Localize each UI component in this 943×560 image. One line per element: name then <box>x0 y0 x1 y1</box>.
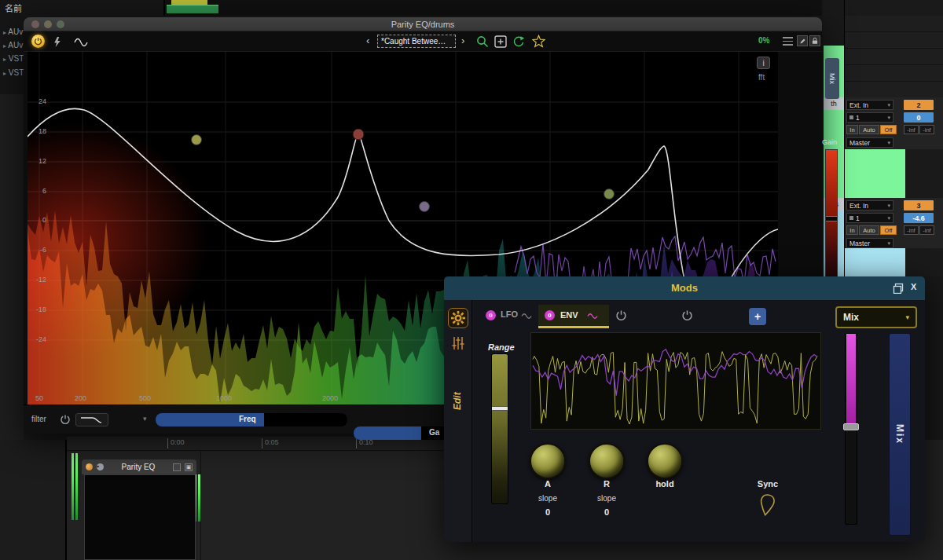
slot-power-icon[interactable] <box>615 309 627 321</box>
mods-title-bar[interactable]: Mods X <box>444 276 925 300</box>
sine-icon[interactable] <box>74 38 88 47</box>
filter-shape-button[interactable] <box>75 413 108 426</box>
mod-amount-slider[interactable] <box>845 333 857 525</box>
hold-knob[interactable] <box>647 443 683 479</box>
mods-maximize-icon[interactable] <box>893 283 904 294</box>
track-number-badge: 2 <box>904 100 934 110</box>
monitor-auto-button[interactable]: Auto <box>859 125 879 134</box>
browser-item-vst-1[interactable]: ▸ VST <box>3 54 24 63</box>
edit-pencil-icon[interactable] <box>797 35 808 46</box>
expand-triangle-icon[interactable]: ▸ <box>3 56 6 63</box>
browser-item-auv-2[interactable]: ▸ AUv <box>3 41 23 49</box>
add-mod-button[interactable]: + <box>749 308 766 325</box>
monitor-off-button[interactable]: Off <box>880 225 897 235</box>
refresh-icon[interactable] <box>512 35 525 48</box>
lowpass-curve-icon <box>80 415 104 424</box>
gain-slider[interactable] <box>825 149 838 292</box>
freq-param-bar[interactable]: Freq <box>156 413 347 426</box>
slot-power-icon[interactable] <box>681 309 693 321</box>
mod-target-dropdown[interactable]: Mix ▾ <box>835 306 917 328</box>
fft-label[interactable]: fft <box>758 73 765 82</box>
faders-icon[interactable] <box>452 336 464 350</box>
device-activator-icon[interactable] <box>86 463 93 470</box>
clip-green-lower[interactable] <box>845 149 905 198</box>
track-name-tab[interactable]: th <box>824 97 844 110</box>
lfo-count-badge: 0 <box>486 310 496 320</box>
volume-badge[interactable]: -4.6 <box>904 213 934 223</box>
plugin-power-button[interactable] <box>31 35 45 48</box>
input-select[interactable]: Ext. In▾ <box>846 100 893 110</box>
time-tick: 0:00 <box>167 438 185 448</box>
db-label: 18 <box>31 127 46 135</box>
env-waveform-display[interactable] <box>530 332 821 430</box>
monitor-buttons: In Auto Off <box>846 225 897 235</box>
window-close-button[interactable] <box>31 20 39 28</box>
window-zoom-button[interactable] <box>57 20 64 28</box>
browser-item-auv-1[interactable]: ▸ AUv <box>3 27 23 36</box>
mix-tab[interactable]: Mix <box>825 58 839 99</box>
device-window-button[interactable]: ▣ <box>185 463 193 471</box>
channel-2-mixer: Ext. In▾ 3 1▾ -4.6 In Auto Off -inf -inf… <box>845 198 943 248</box>
output-select[interactable]: Master▾ <box>846 137 893 148</box>
mini-clip-green <box>167 5 218 13</box>
browser-item-vst-2[interactable]: ▸ VST: <box>3 68 25 77</box>
expand-triangle-icon[interactable]: ▸ <box>3 42 6 49</box>
device-fold-icon[interactable]: ▾ <box>97 463 104 470</box>
monitor-in-button[interactable]: In <box>846 125 858 134</box>
clip-cyan-lower[interactable] <box>845 248 905 276</box>
window-title-bar[interactable]: Parity EQ/drums <box>24 17 822 31</box>
attack-param-value[interactable]: 0 <box>530 507 566 517</box>
settings-gear-button[interactable] <box>448 308 468 328</box>
gain-param-label: Ga <box>429 428 439 437</box>
add-preset-icon[interactable] <box>494 35 507 48</box>
menu-hamburger-icon[interactable] <box>783 37 793 46</box>
hold-knob-label: hold <box>647 479 683 489</box>
device-unfold-button[interactable] <box>173 463 181 471</box>
attack-knob[interactable] <box>530 443 566 479</box>
favorite-star-icon[interactable] <box>532 35 545 48</box>
expand-triangle-icon[interactable]: ▸ <box>3 70 6 77</box>
channel-select[interactable]: 1▾ <box>846 213 893 223</box>
lightning-icon[interactable] <box>52 36 61 48</box>
search-icon[interactable] <box>476 35 489 48</box>
monitor-off-button[interactable]: Off <box>880 125 897 134</box>
chevron-down-icon: ▾ <box>887 102 890 108</box>
preset-next-button[interactable]: › <box>461 35 464 46</box>
preset-prev-button[interactable]: ‹ <box>366 35 369 46</box>
input-select[interactable]: Ext. In▾ <box>846 200 893 210</box>
mods-close-button[interactable]: X <box>911 282 916 291</box>
range-slider-handle[interactable] <box>492 406 508 411</box>
tab-lfo[interactable]: LFO <box>501 309 518 319</box>
ableton-workspace: 名前 ▸ AUv ▸ AUv ▸ VST ▸ VST: th ms Ext. I… <box>0 0 943 560</box>
device-panel[interactable] <box>84 474 196 560</box>
attack-knob-label: A <box>530 479 566 489</box>
device-title-bar[interactable]: ▾ Parity EQ ▣ <box>82 459 196 474</box>
lock-icon[interactable] <box>809 35 820 46</box>
volume-badge[interactable]: 0 <box>904 112 934 123</box>
release-param-value[interactable]: 0 <box>589 507 625 517</box>
release-knob[interactable] <box>589 443 625 479</box>
channel-select[interactable]: 1▾ <box>846 112 893 123</box>
info-button[interactable]: i <box>757 57 770 69</box>
monitor-in-button[interactable]: In <box>846 225 858 235</box>
gain-slider-handle[interactable] <box>826 216 837 221</box>
window-minimize-button[interactable] <box>44 20 52 28</box>
preset-name-field[interactable]: *Caught Betwee… <box>377 35 456 48</box>
clip-slots[interactable] <box>845 16 943 97</box>
lfo-wave-icon[interactable] <box>521 313 532 320</box>
sync-pick-icon[interactable] <box>757 493 777 517</box>
mod-amount-handle[interactable] <box>843 423 859 430</box>
filter-power-icon[interactable] <box>60 414 71 425</box>
range-slider[interactable] <box>491 353 508 504</box>
mix-fader[interactable]: Mix <box>889 333 911 536</box>
level-meter <box>75 453 78 520</box>
tab-env[interactable]: 0 ENV <box>538 305 609 328</box>
browser-header: 名前 <box>5 2 22 14</box>
expand-triangle-icon[interactable]: ▸ <box>3 29 6 36</box>
monitor-auto-button[interactable]: Auto <box>859 225 879 235</box>
mods-window: Mods X Edit 0 LFO 0 ENV <box>444 276 925 542</box>
filter-dropdown-caret-icon[interactable]: ▾ <box>143 415 147 423</box>
output-select[interactable]: Master▾ <box>846 238 893 248</box>
input-select-value: Ext. In <box>849 202 868 210</box>
edit-tab[interactable]: Edit <box>452 363 463 410</box>
